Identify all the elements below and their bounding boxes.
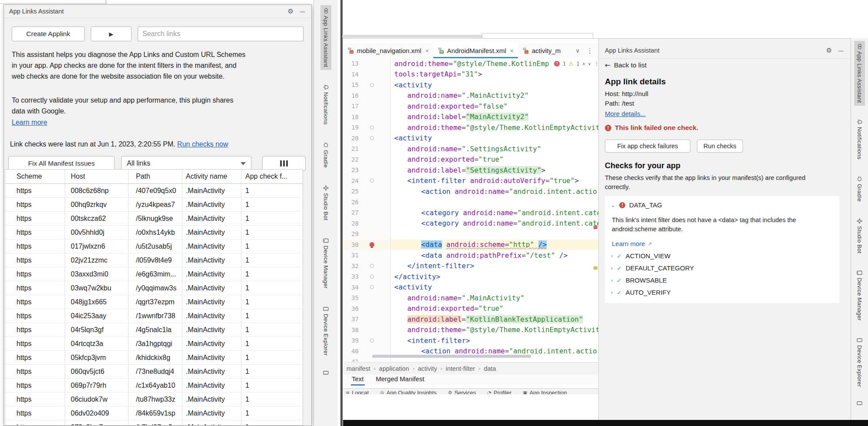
table-row[interactable]: https00tskcza62/5lknugk9se.MainActivity1 bbox=[5, 212, 303, 226]
code-line-24[interactable]: 24<intent-filter android:autoVerify="tru… bbox=[343, 176, 598, 186]
passed-check-auto_verify[interactable]: ›✓AUTO_VERIFY bbox=[611, 289, 833, 296]
tool-strip-tab-device-manager[interactable]: Device Manager bbox=[320, 235, 331, 292]
gear-icon[interactable]: ⚙ bbox=[826, 47, 832, 54]
code-line-25[interactable]: 25<action android:name="android.intent.a… bbox=[343, 186, 598, 197]
column-header[interactable]: Activity name bbox=[182, 170, 241, 183]
table-row[interactable]: https069p7r79rh/c1x64yab10.MainActivity1 bbox=[5, 379, 303, 393]
tool-strip-tab-device-explorer[interactable]: Device Explorer bbox=[320, 303, 331, 359]
tool-strip-tab-notifications[interactable]: Notifications bbox=[854, 116, 865, 163]
prev-issue-icon[interactable]: ∧ bbox=[582, 61, 585, 66]
table-row[interactable]: https06dv02o409/84k659v1sp.MainActivity1 bbox=[5, 406, 303, 420]
next-issue-icon[interactable]: ∨ bbox=[588, 61, 591, 66]
table-row[interactable]: https04ic253aay/1wwnfbr738.MainActivity1 bbox=[5, 309, 303, 323]
code-line-21[interactable]: 21android:name=".SettingsActivity" bbox=[343, 143, 598, 154]
search-links-input[interactable] bbox=[138, 27, 304, 41]
tool-strip-tab-gradle[interactable]: Gradle bbox=[320, 139, 331, 171]
code-line-39[interactable]: 39<intent-filter> bbox=[343, 335, 598, 346]
column-header[interactable]: Path bbox=[129, 170, 182, 183]
tool-strip-tab-notifications[interactable]: Notifications bbox=[320, 81, 331, 128]
fix-all-manifest-issues-button[interactable]: Fix All Manifest Issues bbox=[8, 156, 115, 171]
bottom-bar-item-logcat[interactable]: ≡Logcat bbox=[346, 389, 369, 394]
passed-check-default_category[interactable]: ›✓DEFAULT_CATEGORY bbox=[611, 264, 833, 272]
code-line-22[interactable]: 22android:exported="true" bbox=[343, 154, 598, 165]
fix-app-check-failures-button[interactable]: Fix app check failures bbox=[605, 140, 690, 153]
partial-tool-icon[interactable] bbox=[323, 370, 329, 376]
column-settings-button[interactable] bbox=[262, 156, 306, 171]
table-row[interactable]: https017jwlxzn6/u5t2usab5j.MainActivity1 bbox=[5, 240, 303, 253]
kebab-menu-icon[interactable]: ⋮ bbox=[587, 47, 593, 55]
code-line-34[interactable]: 34<activity bbox=[343, 282, 598, 293]
bottom-bar-item-services[interactable]: ⚙Services bbox=[448, 389, 476, 394]
table-row[interactable]: https008c6z68np/407e09q5x0.MainActivity1 bbox=[5, 184, 303, 198]
inspection-widget[interactable]: !1⚠1∧∨⋮ bbox=[554, 60, 598, 67]
code-line-13[interactable]: 13android:theme="@style/Theme.KotlinEmp!… bbox=[343, 58, 598, 69]
breadcrumb-item-application[interactable]: application bbox=[379, 365, 409, 372]
tool-strip-tab-app-links-assistant[interactable]: App Links Assistant bbox=[320, 5, 331, 70]
kebab-menu-icon[interactable]: ⋮ bbox=[594, 60, 598, 67]
close-icon[interactable]: × bbox=[425, 47, 429, 54]
table-row[interactable]: https05kfcp3jvm/khidckix8g.MainActivity1 bbox=[5, 351, 303, 365]
error-stripe-mark[interactable] bbox=[594, 226, 597, 229]
code-line-15[interactable]: 15<activity bbox=[343, 80, 598, 90]
code-line-26[interactable]: 26 bbox=[343, 197, 598, 208]
passed-check-browsable[interactable]: ›✓BROWSABLE bbox=[611, 276, 833, 284]
fold-marker-icon[interactable] bbox=[370, 83, 374, 87]
run-checks-button[interactable]: Run checks bbox=[697, 140, 743, 153]
column-header[interactable]: App check f... bbox=[241, 170, 302, 183]
table-row[interactable]: https00hq9zrkqv/yzu4kpeas7.MainActivity1 bbox=[5, 198, 303, 212]
code-line-28[interactable]: 28<category android:name="android.intent… bbox=[343, 218, 598, 229]
window-titlebar[interactable]: App Links Assistant ⚙ — bbox=[4, 5, 311, 18]
table-row[interactable]: https06ciudok7w/tu87hwp33z.MainActivity1 bbox=[5, 393, 303, 406]
run-checks-now-link[interactable]: Run checks now bbox=[177, 140, 228, 148]
failed-check-row[interactable]: ⌄ ! DATA_TAG bbox=[611, 201, 833, 209]
column-header[interactable]: Host bbox=[65, 170, 129, 183]
tool-strip-tab-device-manager[interactable]: Device Manager bbox=[854, 267, 865, 324]
code-line-30[interactable]: 30<data android:scheme="http" /> bbox=[343, 240, 598, 250]
fold-marker-icon[interactable] bbox=[370, 285, 374, 289]
partial-tool-icon[interactable] bbox=[857, 400, 862, 406]
fold-marker-icon[interactable] bbox=[370, 179, 374, 183]
minimize-icon[interactable]: — bbox=[838, 47, 844, 54]
code-line-33[interactable]: 33</activity> bbox=[343, 271, 598, 282]
table-row[interactable]: https03wq7w2kbu/y0qqimaw3s.MainActivity1 bbox=[5, 281, 303, 295]
run-button[interactable]: ▶ bbox=[91, 27, 132, 41]
breadcrumb-item-intent-filter[interactable]: intent-filter bbox=[446, 365, 475, 372]
breadcrumb-item-data[interactable]: data bbox=[484, 365, 496, 372]
code-line-19[interactable]: 19android:theme="@style/Theme.KotlinEmpt… bbox=[343, 122, 598, 133]
code-line-18[interactable]: 18android:label="MainActivity2" bbox=[343, 112, 598, 123]
code-editor[interactable]: 13android:theme="@style/Theme.KotlinEmp!… bbox=[343, 58, 598, 362]
learn-more-link[interactable]: Learn more ↗ bbox=[612, 240, 833, 247]
editor-tab-AndroidManifest.xml[interactable]: MFAndroidManifest.xml× bbox=[433, 43, 518, 58]
minimize-icon[interactable]: — bbox=[300, 8, 305, 15]
table-row[interactable]: https00v5hhld0j/o0xhs14ykb.MainActivity1 bbox=[5, 226, 303, 240]
fold-marker-icon[interactable] bbox=[370, 136, 374, 140]
editor-horizontal-scrollbar[interactable] bbox=[372, 355, 531, 358]
breadcrumb-item-activity[interactable]: activity bbox=[418, 365, 437, 372]
table-row[interactable]: https048jg1x665/qgrt37ezpm.MainActivity1 bbox=[5, 295, 303, 309]
code-line-23[interactable]: 23android:label="SettingsActivity"> bbox=[343, 165, 598, 176]
table-row[interactable]: https02jv21zzmc/l059v8t4e9.MainActivity1 bbox=[5, 253, 303, 267]
tool-strip-tab-studio-bot[interactable]: Studio Bot bbox=[320, 182, 331, 223]
code-line-36[interactable]: 36android:exported="true" bbox=[343, 303, 598, 314]
view-tab-text[interactable]: Text bbox=[351, 374, 365, 384]
code-line-29[interactable]: 29 bbox=[343, 229, 598, 240]
chevron-down-icon[interactable]: ∨ bbox=[575, 47, 580, 54]
fold-marker-icon[interactable] bbox=[370, 339, 374, 343]
tool-strip-tab-gradle[interactable]: Gradle bbox=[854, 173, 865, 205]
error-lightbulb-icon[interactable] bbox=[370, 242, 374, 247]
code-line-27[interactable]: 27<category android:name="android.intent… bbox=[343, 207, 598, 218]
fold-end-icon[interactable] bbox=[370, 264, 374, 268]
table-row[interactable]: https03axxd3mi0/e6g63mim....MainActivity… bbox=[5, 267, 303, 281]
view-tab-merged-manifest[interactable]: Merged Manifest bbox=[375, 374, 426, 384]
learn-more-link[interactable]: Learn more bbox=[12, 119, 47, 126]
passed-check-action_view[interactable]: ›✓ACTION_VIEW bbox=[611, 252, 833, 260]
table-row[interactable]: https04rtcqtz3a/3a1hgptqgi.MainActivity1 bbox=[5, 337, 303, 351]
bottom-bar-item-app-inspection[interactable]: ▣App Inspection bbox=[523, 389, 567, 394]
code-line-35[interactable]: 35android:name=".MainActivity" bbox=[343, 293, 598, 303]
tool-strip-tab-studio-bot[interactable]: Studio Bot bbox=[854, 215, 865, 256]
code-line-17[interactable]: 17android:exported="false" bbox=[343, 101, 598, 112]
more-details-link[interactable]: More details... bbox=[605, 110, 646, 117]
breadcrumb-item-manifest[interactable]: manifest bbox=[347, 365, 370, 372]
editor-tab-mobile_navigation.xml[interactable]: <>mobile_navigation.xml× bbox=[343, 43, 433, 58]
code-line-32[interactable]: 32</intent-filter> bbox=[343, 261, 598, 272]
